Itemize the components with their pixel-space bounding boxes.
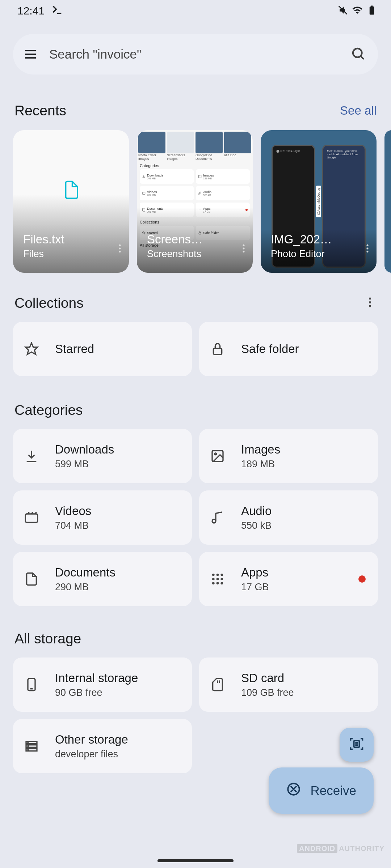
svg-line-5: [361, 56, 364, 59]
category-documents[interactable]: Documents 290 MB: [13, 552, 192, 606]
image-icon: [209, 449, 226, 463]
storage-icon: [23, 739, 40, 753]
svg-rect-31: [213, 348, 222, 354]
apps-icon: [209, 572, 226, 586]
file-icon: [63, 180, 79, 201]
svg-rect-34: [25, 514, 37, 522]
svg-point-4: [353, 48, 362, 58]
svg-point-39: [212, 578, 215, 580]
recent-card-title: IMG_202…: [271, 233, 358, 246]
collection-safe-folder[interactable]: Safe folder: [199, 322, 378, 376]
storage-sd-card[interactable]: SD card 109 GB free: [199, 658, 378, 712]
search-icon[interactable]: [350, 46, 366, 63]
category-apps[interactable]: Apps 17 GB: [199, 552, 378, 606]
category-downloads[interactable]: Downloads 599 MB: [13, 429, 192, 483]
recent-card-more-icon[interactable]: [238, 243, 249, 255]
search-bar[interactable]: Search "invoice": [13, 34, 378, 75]
collections-title: Collections: [14, 295, 84, 311]
categories-title: Categories: [14, 402, 83, 418]
sd-card-icon: [209, 677, 226, 692]
receive-button[interactable]: Receive: [269, 767, 374, 814]
recents-title: Recents: [14, 103, 66, 119]
storage-internal[interactable]: Internal storage 90 GB free: [13, 658, 192, 712]
svg-point-36: [212, 574, 215, 576]
recent-card-sub: Screenshots: [147, 248, 245, 260]
svg-point-37: [216, 574, 219, 576]
svg-point-26: [367, 251, 369, 252]
svg-point-10: [199, 176, 199, 176]
svg-point-41: [220, 578, 223, 580]
battery-icon: [366, 5, 377, 17]
svg-point-29: [369, 305, 371, 307]
svg-point-40: [216, 578, 219, 580]
recent-card-more-icon[interactable]: [362, 243, 373, 255]
svg-point-52: [28, 742, 29, 743]
svg-point-22: [243, 248, 245, 250]
svg-point-12: [198, 193, 199, 195]
svg-point-21: [243, 244, 245, 246]
svg-point-35: [212, 519, 216, 523]
svg-point-24: [367, 244, 369, 246]
recents-see-all[interactable]: See all: [340, 104, 377, 118]
svg-marker-30: [25, 343, 37, 354]
svg-point-8: [119, 251, 121, 252]
video-icon: [23, 510, 40, 525]
storage-other[interactable]: Other storage developer files: [13, 719, 192, 773]
status-time: 12:41: [17, 5, 45, 17]
category-audio[interactable]: Audio 550 kB: [199, 490, 378, 545]
nav-handle[interactable]: [157, 859, 234, 862]
document-icon: [23, 572, 40, 586]
recent-card-partial[interactable]: [384, 130, 391, 273]
svg-point-27: [369, 298, 371, 300]
recent-card-title: Screens…: [147, 233, 234, 246]
status-bar: 12:41: [0, 0, 391, 22]
svg-point-42: [212, 582, 215, 584]
recent-card-sub: Photo Editor: [271, 248, 369, 260]
svg-point-28: [369, 301, 371, 303]
svg-point-44: [220, 582, 223, 584]
svg-point-6: [119, 244, 121, 246]
mute-icon: [337, 5, 348, 17]
svg-point-25: [367, 248, 369, 250]
recent-card-screenshot[interactable]: Photo Editor Images Screenshots Images G…: [137, 130, 253, 273]
svg-point-23: [243, 251, 245, 252]
terminal-icon: [51, 4, 63, 18]
receive-icon: [286, 782, 301, 800]
phone-icon: [23, 677, 40, 692]
svg-point-7: [119, 248, 121, 250]
svg-point-54: [28, 749, 29, 750]
category-videos[interactable]: Videos 704 MB: [13, 490, 192, 545]
recent-card-image[interactable]: ⬤ On: Files, Light Meet Gemini, your new…: [261, 130, 377, 273]
category-images[interactable]: Images 189 MB: [199, 429, 378, 483]
collections-more-icon[interactable]: [363, 296, 377, 310]
star-icon: [23, 342, 40, 356]
svg-point-53: [28, 746, 29, 746]
svg-rect-9: [198, 175, 201, 178]
collection-starred[interactable]: Starred: [13, 322, 192, 376]
receive-label: Receive: [311, 783, 356, 798]
storage-title: All storage: [14, 631, 81, 647]
search-placeholder[interactable]: Search "invoice": [49, 47, 350, 61]
svg-point-38: [220, 574, 223, 576]
svg-point-33: [215, 453, 216, 455]
recent-card-sub: Files: [23, 248, 122, 260]
menu-icon[interactable]: [20, 47, 41, 61]
watermark: ANDROIDAUTHORITY: [297, 844, 384, 853]
audio-icon: [209, 510, 226, 525]
recent-card-title: Files.txt: [23, 233, 110, 246]
recent-card-more-icon[interactable]: [114, 243, 125, 255]
scan-icon: [349, 736, 365, 753]
svg-point-43: [216, 582, 219, 584]
lock-icon: [209, 342, 226, 356]
wifi-icon: [352, 5, 363, 17]
download-icon: [23, 449, 40, 463]
recents-scroller[interactable]: Files.txt Files Photo Editor Images Scre…: [0, 119, 391, 273]
scan-fab[interactable]: [340, 728, 374, 762]
svg-rect-11: [142, 192, 145, 195]
attention-dot-icon: [358, 575, 366, 583]
recent-card-file[interactable]: Files.txt Files: [13, 130, 129, 273]
